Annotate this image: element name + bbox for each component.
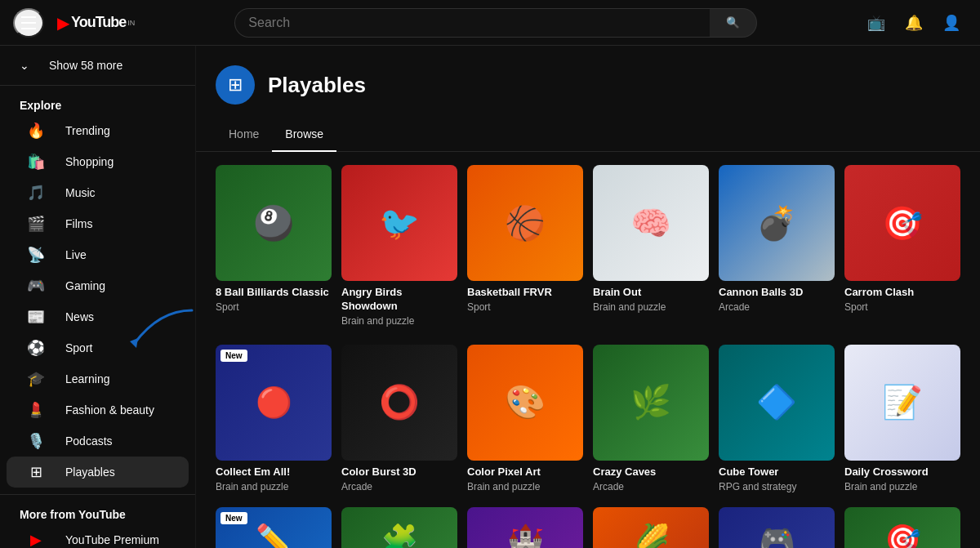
- game-category: Arcade: [593, 481, 709, 492]
- header-left: ▶ YouTubeIN: [13, 8, 176, 38]
- sidebar-item-sport[interactable]: ⚽ Sport: [7, 332, 189, 363]
- sidebar-item-live[interactable]: 📡 Live: [7, 239, 189, 270]
- games-grid-row1: 🎱 ⋮ 8 Ball Billiards Classic Sport 🐦 ⋮ A…: [216, 165, 960, 328]
- show-more-label: Show 58 more: [49, 59, 122, 72]
- sidebar-item-news[interactable]: 📰 News: [7, 301, 189, 332]
- game-name: Cube Tower: [719, 466, 835, 479]
- games-section-row3: ✏️New Draw Climber 🧩 Element Blocks 🏰 En…: [196, 507, 980, 548]
- logo-sub: IN: [127, 19, 135, 27]
- game-card-farm-heroes[interactable]: 🌽 Farm Heroes: [593, 507, 709, 548]
- learning-icon: 🎓: [26, 370, 46, 388]
- game-thumb-game5: 🎮: [719, 507, 835, 548]
- game-card-cannonballs[interactable]: 💣 ⋮ Cannon Balls 3D Arcade: [719, 165, 835, 328]
- new-badge: New: [220, 350, 247, 362]
- game-card-collect[interactable]: 🔴New ⋮ Collect Em All! Brain and puzzle: [216, 345, 332, 494]
- sidebar-item-label: Films: [65, 217, 92, 230]
- game-card-basketball[interactable]: 🏀 ⋮ Basketball FRVR Sport: [467, 165, 583, 328]
- game-card-8ball[interactable]: 🎱 ⋮ 8 Ball Billiards Classic Sport: [216, 165, 332, 328]
- search-input[interactable]: [234, 8, 710, 38]
- sidebar-item-shopping[interactable]: 🛍️ Shopping: [7, 146, 189, 177]
- game-card-crossword[interactable]: 📝 ⋮ Daily Crossword Brain and puzzle: [844, 345, 960, 494]
- shopping-icon: 🛍️: [26, 153, 46, 171]
- game-card-colorpixel[interactable]: 🎨 ⋮ Color Pixel Art Brain and puzzle: [467, 345, 583, 494]
- account-button[interactable]: 👤: [936, 7, 967, 38]
- game-thumb-crossword: 📝: [844, 345, 960, 461]
- game-thumb-draw-climber: ✏️New: [216, 507, 332, 548]
- chevron-down-icon: ⌄: [20, 59, 29, 72]
- game-name: Brain Out: [593, 286, 709, 300]
- game-card-endless-siege[interactable]: 🏰 Endless Siege: [467, 507, 583, 548]
- divider-1: [0, 85, 195, 86]
- logo[interactable]: ▶ YouTubeIN: [57, 13, 135, 33]
- games-section-row2: 🔴New ⋮ Collect Em All! Brain and puzzle …: [196, 341, 980, 507]
- sidebar-item-films[interactable]: 🎬 Films: [7, 208, 189, 239]
- game-category: Brain and puzzle: [467, 481, 583, 492]
- game-name: Carrom Clash: [844, 286, 960, 300]
- sidebar-item-label: Music: [65, 186, 96, 199]
- show-more-btn[interactable]: ⌄ Show 58 more: [0, 52, 195, 78]
- explore-section-title: Explore: [0, 92, 195, 115]
- sidebar-item-label: Trending: [65, 124, 110, 137]
- game-category: Arcade: [719, 301, 835, 313]
- game-thumb-collect: 🔴New: [216, 345, 332, 461]
- tab-home[interactable]: Home: [216, 118, 272, 152]
- header-right: 📺 🔔 👤: [861, 7, 967, 38]
- game-card-colorburst[interactable]: ⭕ ⋮ Color Burst 3D Arcade: [341, 345, 457, 494]
- sidebar-item-label: Playables: [65, 466, 115, 479]
- gaming-icon: 🎮: [26, 277, 46, 295]
- game-thumb-brainout: 🧠: [593, 165, 709, 281]
- page-icon: ⊞: [216, 65, 255, 105]
- news-icon: 📰: [26, 308, 46, 326]
- sidebar-item-learning[interactable]: 🎓 Learning: [7, 363, 189, 394]
- sidebar-item-podcasts[interactable]: 🎙️ Podcasts: [7, 425, 189, 457]
- trending-icon: 🔥: [26, 122, 46, 140]
- game-card-draw-climber[interactable]: ✏️New Draw Climber: [216, 507, 332, 548]
- playables-page-icon: ⊞: [228, 74, 243, 96]
- sidebar-item-fashion[interactable]: 💄 Fashion & beauty: [7, 394, 189, 425]
- game-info-collect: Collect Em All! Brain and puzzle: [216, 461, 332, 494]
- sidebar-item-label: Podcasts: [65, 434, 113, 448]
- game-info-cannonballs: Cannon Balls 3D Arcade: [719, 281, 835, 314]
- game-card-game6[interactable]: 🎯: [844, 507, 960, 548]
- sidebar-item-label: News: [65, 310, 94, 323]
- game-card-crazycaves[interactable]: 🌿 ⋮ Crazy Caves Arcade: [593, 345, 709, 494]
- game-info-8ball: 8 Ball Billiards Classic Sport: [216, 281, 332, 314]
- game-card-game5[interactable]: 🎮: [719, 507, 835, 548]
- game-card-element-blocks[interactable]: 🧩 Element Blocks: [341, 507, 457, 548]
- sidebar-item-label: Fashion & beauty: [65, 403, 154, 417]
- films-icon: 🎬: [26, 215, 46, 233]
- playables-icon: ⊞: [26, 463, 46, 481]
- game-thumb-colorpixel: 🎨: [467, 345, 583, 461]
- game-category: Brain and puzzle: [844, 481, 960, 492]
- search-bar: 🔍: [234, 8, 757, 38]
- game-card-brainout[interactable]: 🧠 ⋮ Brain Out Brain and puzzle: [593, 165, 709, 328]
- game-card-carrom[interactable]: 🎯 ⋮ Carrom Clash Sport: [844, 165, 960, 328]
- game-category: Brain and puzzle: [216, 481, 332, 492]
- game-info-colorburst: Color Burst 3D Arcade: [341, 461, 457, 494]
- sidebar-item-youtube-premium[interactable]: ▶ YouTube Premium: [7, 524, 189, 548]
- game-name: 8 Ball Billiards Classic: [216, 286, 332, 300]
- game-category: Sport: [216, 301, 332, 313]
- game-thumb-endless-siege: 🏰: [467, 507, 583, 548]
- game-name: Crazy Caves: [593, 466, 709, 479]
- games-section-row1: 🎱 ⋮ 8 Ball Billiards Classic Sport 🐦 ⋮ A…: [196, 152, 980, 341]
- sidebar-item-playables[interactable]: ⊞ Playables: [7, 457, 189, 488]
- sidebar-item-gaming[interactable]: 🎮 Gaming: [7, 270, 189, 301]
- hamburger-menu[interactable]: [13, 8, 44, 38]
- game-thumb-colorburst: ⭕: [341, 345, 457, 461]
- game-name: Angry Birds Showdown: [341, 286, 457, 314]
- tab-browse[interactable]: Browse: [272, 118, 336, 152]
- game-info-colorpixel: Color Pixel Art Brain and puzzle: [467, 461, 583, 494]
- game-thumb-element-blocks: 🧩: [341, 507, 457, 548]
- notification-button[interactable]: 🔔: [898, 7, 929, 38]
- sidebar-item-music[interactable]: 🎵 Music: [7, 177, 189, 208]
- main-content: ⊞ Playables Home Browse 🎱 ⋮ 8 Ball Billi…: [196, 46, 980, 548]
- sidebar-item-trending[interactable]: 🔥 Trending: [7, 115, 189, 146]
- youtube-logo-icon: ▶: [57, 13, 69, 33]
- cast-button[interactable]: 📺: [861, 7, 892, 38]
- search-button[interactable]: 🔍: [710, 8, 757, 38]
- game-card-angrybirds[interactable]: 🐦 ⋮ Angry Birds Showdown Brain and puzzl…: [341, 165, 457, 328]
- game-thumb-basketball: 🏀: [467, 165, 583, 281]
- game-info-carrom: Carrom Clash Sport: [844, 281, 960, 314]
- game-card-cubetower[interactable]: 🔷 ⋮ Cube Tower RPG and strategy: [719, 345, 835, 494]
